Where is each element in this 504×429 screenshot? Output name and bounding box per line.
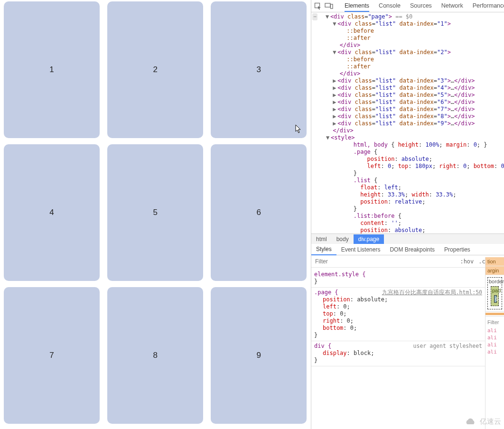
box-content: 6 — [494, 295, 497, 303]
tab-elements[interactable]: Elements — [345, 0, 369, 12]
cell-label: 3 — [211, 1, 307, 138]
box-margin-strip — [485, 313, 504, 315]
tab-properties[interactable]: Properties — [439, 244, 475, 255]
crumb-div-page[interactable]: div.page — [354, 234, 384, 244]
svg-rect-2 — [331, 4, 333, 9]
box-position-label: tion — [485, 257, 504, 266]
cell-label: 4 — [4, 144, 100, 281]
box-margin-label: argin — [485, 266, 504, 275]
devtools-panel: Elements Console Sources Network Perform… — [311, 0, 504, 429]
computed-prop: ali — [485, 334, 504, 341]
styles-tabs: Styles Event Listeners DOM Breakpoints P… — [311, 244, 504, 255]
cell-label: 1 — [4, 1, 100, 138]
devtools-toolbar: Elements Console Sources Network Perform… — [311, 0, 504, 12]
rule-element-style[interactable]: element.style { } — [311, 270, 485, 288]
styles-filter-bar: :hov .cls + — [311, 255, 504, 268]
panel-tabs: Elements Console Sources Network Perform… — [345, 0, 504, 12]
grid: 1 2 3 4 5 6 7 8 9 — [0, 0, 311, 429]
styles-filter-input[interactable] — [314, 258, 455, 265]
computed-filter-label[interactable]: Filter — [485, 317, 504, 327]
rule-source-link[interactable]: 九宫格百分比高度自适应布局.html:50 — [382, 289, 482, 296]
grid-cell: 3 — [207, 0, 310, 143]
computed-sidebar[interactable]: tion argin border pad 6 Filter ali ali a… — [485, 257, 504, 429]
tab-event-listeners[interactable]: Event Listeners — [336, 244, 385, 255]
cell-label: 2 — [107, 1, 203, 138]
tab-network[interactable]: Network — [441, 0, 463, 12]
grid-cell: 5 — [103, 143, 207, 286]
styles-pane[interactable]: element.style { } 九宫格百分比高度自适应布局.html:50 … — [311, 270, 485, 429]
more-icon[interactable]: ⋯ — [312, 13, 317, 20]
dom-tree[interactable]: ⋯ ▼<div class="page"> == $0 ▼<div class=… — [311, 12, 504, 233]
tab-styles[interactable]: Styles — [311, 244, 336, 255]
computed-prop: ali — [485, 341, 504, 348]
cell-label: 7 — [4, 287, 100, 424]
grid-cell: 6 — [207, 143, 310, 286]
grid-cell: 7 — [0, 286, 103, 429]
tab-dom-breakpoints[interactable]: DOM Breakpoints — [385, 244, 439, 255]
rule-source-ua: user agent stylesheet — [413, 343, 482, 350]
grid-cell: 8 — [103, 286, 207, 429]
rendered-page: 1 2 3 4 5 6 7 8 9 — [0, 0, 311, 429]
grid-cell: 4 — [0, 143, 103, 286]
breadcrumb: html body div.page — [311, 233, 504, 244]
grid-cell: 1 — [0, 0, 103, 143]
cell-label: 6 — [211, 144, 307, 281]
grid-cell: 2 — [103, 0, 207, 143]
box-padding: pad 6 — [491, 286, 499, 306]
cell-label: 5 — [107, 144, 203, 281]
tab-sources[interactable]: Sources — [410, 0, 432, 12]
tab-performance[interactable]: Performance — [473, 0, 504, 12]
cell-label: 9 — [211, 287, 307, 424]
cloud-icon — [464, 418, 477, 426]
grid-cell: 9 — [207, 286, 310, 429]
tab-console[interactable]: Console — [379, 0, 401, 12]
computed-prop: ali — [485, 348, 504, 355]
rule-page[interactable]: 九宫格百分比高度自适应布局.html:50 .page { position: … — [311, 288, 485, 341]
computed-prop: ali — [485, 327, 504, 334]
crumb-html[interactable]: html — [311, 234, 332, 244]
svg-rect-1 — [325, 3, 330, 7]
rule-div-ua[interactable]: user agent stylesheet div { display: blo… — [311, 341, 485, 366]
crumb-body[interactable]: body — [332, 234, 354, 244]
inspect-icon[interactable] — [314, 2, 322, 10]
hov-toggle[interactable]: :hov — [460, 258, 474, 265]
box-border: border pad 6 — [487, 277, 502, 309]
watermark: 亿速云 — [464, 417, 501, 426]
cell-label: 8 — [107, 287, 203, 424]
device-toggle-icon[interactable] — [325, 2, 333, 10]
